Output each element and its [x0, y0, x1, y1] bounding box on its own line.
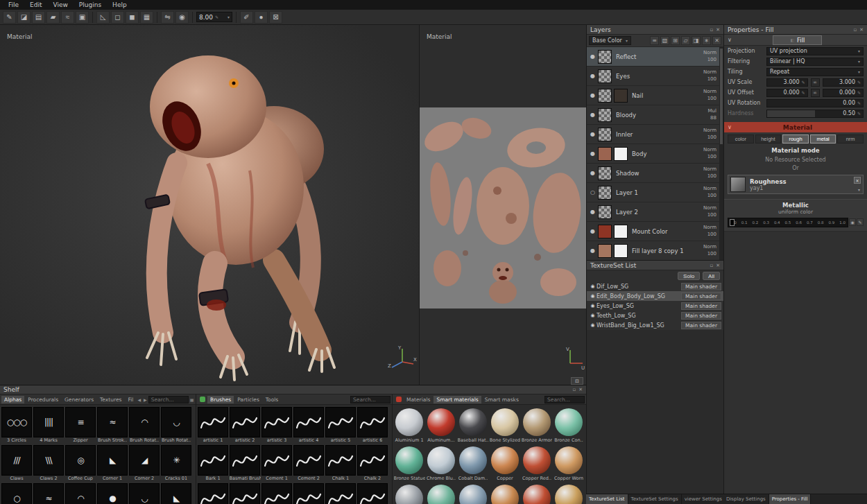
- material-sphere-thumbnail[interactable]: [459, 408, 487, 436]
- brush-item[interactable]: [293, 483, 324, 504]
- solo-button[interactable]: Solo: [678, 272, 700, 280]
- tool-button[interactable]: ≈: [61, 11, 74, 24]
- alpha-thumbnail[interactable]: \\\: [33, 445, 64, 476]
- layer-visibility-toggle[interactable]: ●: [588, 131, 597, 137]
- layer-blend-opacity[interactable]: Mul 88: [708, 108, 716, 121]
- pencil-icon[interactable]: ✎: [857, 218, 864, 226]
- layers-toolbar-icon[interactable]: ⊞: [671, 36, 680, 45]
- layer-row[interactable]: ● Nail Norm 100: [587, 86, 723, 105]
- shelf-header[interactable]: Shelf ▫ ✕: [0, 385, 586, 394]
- shelf-tab[interactable]: Textures: [97, 396, 124, 403]
- alpha-thumbnail[interactable]: ●: [97, 483, 128, 504]
- tool-button[interactable]: ◪: [17, 11, 31, 24]
- alpha-thumbnail[interactable]: ◠: [129, 407, 160, 437]
- channel-toggle-button[interactable]: rough: [782, 134, 809, 144]
- menu-item[interactable]: Plugins: [74, 1, 107, 8]
- layer-blend-opacity[interactable]: Norm 100: [703, 166, 716, 180]
- layer-visibility-toggle[interactable]: ●: [588, 150, 597, 157]
- alpha-item[interactable]: ◣: [161, 483, 191, 504]
- brush-item[interactable]: artistic 1: [198, 407, 228, 444]
- material-sphere-thumbnail[interactable]: [427, 446, 455, 474]
- material-item[interactable]: [553, 483, 584, 504]
- layer-thumbnail[interactable]: [598, 186, 612, 200]
- channel-toggle-button[interactable]: metal: [810, 134, 836, 144]
- shelf-tab[interactable]: Alphas: [1, 396, 24, 403]
- material-item[interactable]: [394, 483, 424, 504]
- menu-item[interactable]: Help: [107, 1, 132, 8]
- stroke-tool-button[interactable]: ⇋: [161, 11, 174, 24]
- fill-section-button[interactable]: ◧ Fill: [773, 35, 822, 45]
- layer-blend-opacity[interactable]: Norm 100: [703, 89, 716, 102]
- all-button[interactable]: All: [703, 272, 720, 280]
- layer-thumbnail[interactable]: [598, 205, 612, 219]
- layer-thumbnail[interactable]: [598, 89, 612, 103]
- brush-thumbnail[interactable]: [293, 445, 324, 476]
- material-sphere-thumbnail[interactable]: [459, 446, 487, 474]
- hardness-field[interactable]: 0.50 ✎: [766, 110, 864, 118]
- layer-visibility-toggle[interactable]: ●: [588, 53, 597, 60]
- alpha-thumbnail[interactable]: ○○○: [1, 407, 32, 437]
- textureset-row[interactable]: ◉ WristBand_Big_Low1_SG Main shader: [587, 320, 723, 330]
- layer-visibility-toggle[interactable]: ●: [588, 209, 597, 215]
- alpha-thumbnail[interactable]: ◠: [65, 483, 96, 504]
- layer-blend-opacity[interactable]: Norm 100: [703, 225, 716, 238]
- projection-dropdown[interactable]: UV projection ▾: [766, 47, 864, 55]
- uv-scale-x-field[interactable]: 3.000 ✎: [766, 78, 808, 87]
- brush-thumbnail[interactable]: [230, 483, 260, 504]
- alpha-thumbnail[interactable]: ≡: [65, 407, 96, 437]
- layer-blend-opacity[interactable]: Norm 100: [703, 128, 716, 141]
- layer-thumbnail[interactable]: [598, 69, 612, 83]
- float-panel-icon[interactable]: ▫: [853, 27, 857, 33]
- textureset-visibility-icon[interactable]: ◉: [589, 322, 596, 328]
- alpha-thumbnail[interactable]: ||||: [33, 407, 64, 437]
- alpha-item[interactable]: ◣ Corner 1: [97, 445, 128, 482]
- close-panel-icon[interactable]: ✕: [859, 27, 864, 33]
- close-panel-icon[interactable]: ✕: [716, 27, 720, 33]
- viewport-3d[interactable]: Material: [0, 25, 420, 385]
- close-panel-icon[interactable]: ✕: [578, 387, 583, 392]
- brush-item[interactable]: Basmati Brush: [230, 445, 260, 482]
- channel-selector[interactable]: Base Color ▾: [589, 36, 631, 45]
- toggle-button[interactable]: ⊠: [269, 11, 282, 24]
- material-sphere-thumbnail[interactable]: [459, 485, 487, 504]
- layers-panel-header[interactable]: Layers ▫ ✕: [587, 25, 723, 35]
- textureset-row[interactable]: ◉ Edit_Body_Body_Low_SG Main shader: [587, 291, 723, 301]
- uv-offset-x-field[interactable]: 0.000 ✎: [766, 89, 808, 97]
- layer-mask-thumbnail[interactable]: [614, 89, 628, 103]
- tool-button[interactable]: ✎: [3, 11, 16, 24]
- brush-item[interactable]: Cement 2: [293, 445, 324, 482]
- material-sphere-thumbnail[interactable]: [555, 485, 583, 504]
- layer-row[interactable]: ● Body Norm 100: [587, 144, 723, 164]
- layer-row[interactable]: ● Fill layer 8 copy 1 Norm 100: [587, 241, 723, 260]
- alpha-item[interactable]: ◡: [129, 483, 160, 504]
- layer-blend-opacity[interactable]: Norm 100: [703, 205, 716, 218]
- brush-item[interactable]: artistic 4: [293, 407, 324, 444]
- layer-row[interactable]: ● Innler Norm 100: [587, 125, 723, 144]
- material-item[interactable]: [458, 483, 488, 504]
- material-sphere-thumbnail[interactable]: [523, 446, 551, 474]
- link-uv-scale-icon[interactable]: ∞: [811, 78, 820, 87]
- brush-item[interactable]: Chalk 2: [357, 445, 388, 482]
- shelf-tab[interactable]: Materials: [404, 396, 433, 403]
- material-item[interactable]: Bronze Statue: [394, 445, 424, 482]
- brush-item[interactable]: [230, 483, 260, 504]
- metallic-slider-handle[interactable]: [730, 219, 735, 226]
- material-item[interactable]: Copper Red..: [522, 445, 552, 482]
- tool-button[interactable]: ▤: [32, 11, 45, 24]
- textureset-visibility-icon[interactable]: ◉: [589, 313, 596, 318]
- layer-visibility-toggle[interactable]: ●: [588, 73, 597, 79]
- uv-offset-y-field[interactable]: 0.000 ✎: [823, 89, 864, 97]
- brush-item[interactable]: Bark 1: [198, 445, 228, 482]
- dock-tab[interactable]: TextureSet List: [586, 494, 628, 504]
- shader-button[interactable]: Main shader: [681, 283, 721, 290]
- layer-visibility-toggle[interactable]: ○: [588, 189, 597, 195]
- brush-thumbnail[interactable]: [198, 483, 228, 504]
- material-item[interactable]: [426, 483, 456, 504]
- alpha-thumbnail[interactable]: ✳: [161, 445, 191, 476]
- brush-thumbnail[interactable]: [325, 445, 356, 476]
- layer-thumbnail[interactable]: [598, 108, 612, 122]
- brush-thumbnail[interactable]: [261, 407, 292, 437]
- alpha-item[interactable]: /// Claws: [1, 445, 32, 482]
- toggle-button[interactable]: ●: [255, 11, 268, 24]
- material-item[interactable]: Bone Stylized: [490, 407, 520, 444]
